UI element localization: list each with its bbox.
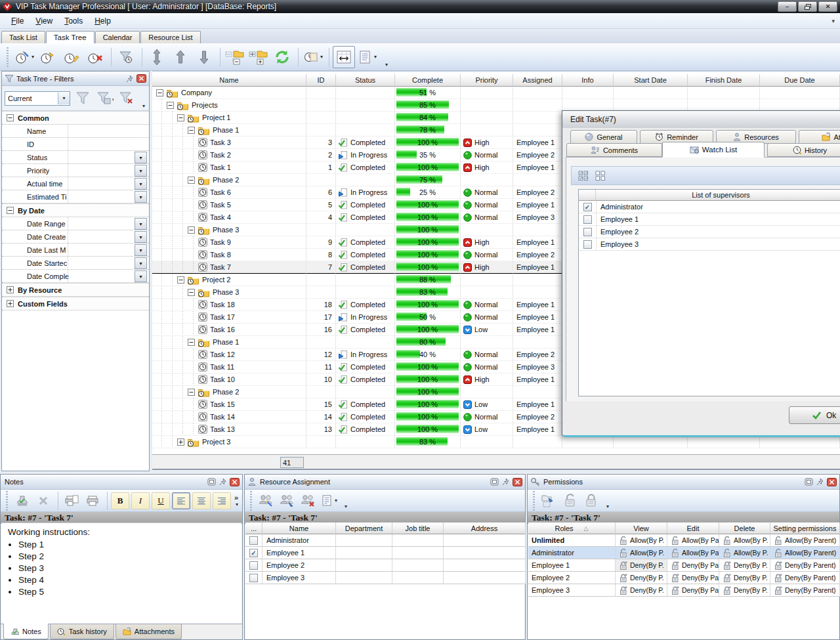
tab-task-list[interactable]: Task List — [1, 31, 45, 43]
filter-dropdown-icon[interactable]: ▾ — [135, 165, 147, 177]
filter-row-status[interactable]: Status▾ — [2, 151, 149, 164]
column-header-complete[interactable]: Complete — [395, 74, 461, 87]
filter-dropdown-icon[interactable]: ▾ — [135, 257, 147, 269]
notes-toolbar-overflow-icon[interactable]: » — [234, 494, 238, 501]
filter-dropdown-icon[interactable]: ▾ — [135, 178, 147, 190]
expand-icon[interactable] — [7, 300, 14, 307]
filter-preset-select[interactable]: Current ▾ — [5, 91, 70, 106]
toolbar-overflow-icon[interactable]: ▾ — [385, 62, 388, 68]
filters-close-icon[interactable] — [136, 74, 146, 83]
resource-checkbox[interactable]: ✓ — [249, 549, 258, 557]
fit-columns-button[interactable] — [333, 46, 355, 68]
filter-more-icon[interactable]: ▾ — [142, 103, 145, 109]
filter-dropdown-icon[interactable]: ▾ — [135, 218, 147, 230]
filter-row-date-create[interactable]: Date Create▾ — [2, 230, 149, 244]
dialog-tab-watch-list[interactable]: Watch List — [662, 142, 765, 158]
print-preview-button[interactable] — [62, 492, 81, 510]
filter-row-date-last-m[interactable]: Date Last M▾ — [2, 244, 149, 257]
supervisor-checkbox[interactable] — [583, 240, 592, 249]
deny-permission-button[interactable] — [581, 492, 601, 510]
filter-dropdown-icon[interactable]: ▾ — [135, 152, 147, 163]
resource-check-cell[interactable]: ✓ — [245, 547, 262, 559]
collapse-icon[interactable] — [188, 127, 195, 134]
edit-task-button[interactable] — [60, 46, 83, 68]
filter-row-actual-time[interactable]: Actual time▾ — [2, 177, 149, 190]
align-center-button[interactable] — [192, 492, 211, 509]
collapse-all-button[interactable] — [224, 46, 246, 68]
collapse-icon[interactable] — [188, 226, 195, 234]
tab-calendar[interactable]: Calendar — [95, 31, 140, 43]
supervisor-row[interactable]: ✓Administrator — [579, 201, 840, 213]
supervisor-checkbox[interactable]: ✓ — [583, 203, 592, 211]
italic-button[interactable]: I — [131, 492, 150, 509]
permissions-toolbar-more-icon[interactable]: ▾ — [606, 503, 609, 509]
filter-section-custom-fields[interactable]: Custom Fields — [2, 297, 149, 310]
dialog-tab-attach[interactable]: Attach — [799, 130, 840, 144]
collapse-icon[interactable] — [177, 114, 184, 121]
collapse-icon[interactable] — [188, 339, 195, 346]
column-header-name[interactable]: Name — [152, 74, 306, 87]
inherit-permissions-button[interactable] — [539, 492, 559, 510]
supervisor-checkbox[interactable] — [583, 228, 592, 236]
menu-item-view[interactable]: View — [30, 14, 58, 28]
collapse-icon[interactable] — [7, 114, 14, 121]
delete-note-button[interactable] — [33, 492, 53, 510]
resource-check-cell[interactable] — [245, 559, 262, 572]
expand-icon[interactable] — [177, 438, 184, 446]
filter-row-date-startec[interactable]: Date Startec▾ — [2, 257, 149, 270]
ok-button[interactable]: Ok — [789, 406, 840, 424]
notes-content[interactable]: Working instructions: Step 1Step 2Step 3… — [1, 523, 242, 624]
clear-filter-button[interactable] — [117, 89, 137, 108]
supervisor-row[interactable]: Employee 2 — [579, 226, 840, 238]
notes-tab-notes[interactable]: Notes — [3, 624, 49, 639]
combo-dropdown-icon[interactable]: ▾ — [58, 93, 70, 104]
collapse-icon[interactable] — [177, 276, 184, 284]
column-header-id[interactable]: ID — [306, 74, 336, 87]
new-subtask-button[interactable] — [37, 46, 59, 68]
column-header-status[interactable]: Status — [336, 74, 395, 87]
notes-toolbar-more-icon[interactable]: ▾ — [236, 501, 238, 507]
column-header-info[interactable]: Info — [562, 74, 614, 87]
filter-row-date-range[interactable]: Date Range▾ — [2, 217, 149, 230]
collapse-icon[interactable] — [188, 389, 195, 396]
column-header-start-date[interactable]: Start Date — [614, 74, 688, 87]
column-header-priority[interactable]: Priority — [461, 74, 513, 87]
filter-row-name[interactable]: Name — [2, 125, 149, 138]
collapse-icon[interactable] — [156, 89, 163, 96]
post-note-button[interactable] — [12, 492, 32, 510]
filter-button[interactable] — [115, 46, 137, 68]
report-button[interactable]: ▾ — [302, 46, 324, 68]
menu-item-tools[interactable]: Tools — [58, 14, 89, 28]
task-row[interactable]: Project 383 % — [152, 436, 840, 448]
print-button[interactable] — [83, 492, 102, 510]
collapse-icon[interactable] — [7, 207, 14, 214]
dialog-tab-general[interactable]: General — [570, 130, 637, 144]
notes-tab-task-history[interactable]: Task history — [50, 624, 114, 639]
move-up-button[interactable] — [169, 46, 192, 68]
minimize-button[interactable]: – — [778, 1, 797, 12]
remove-assignment-button[interactable] — [299, 492, 318, 510]
collapse-icon[interactable] — [188, 177, 195, 184]
resource-check-cell[interactable] — [245, 534, 262, 547]
underline-button[interactable]: U — [152, 492, 170, 509]
collapse-icon[interactable] — [167, 102, 174, 109]
filter-row-estimated-ti[interactable]: Estimated Ti▾ — [2, 190, 149, 203]
allow-permission-button[interactable] — [560, 492, 580, 510]
save-filter-button[interactable]: ▾ — [95, 89, 115, 108]
menu-item-file[interactable]: File — [5, 14, 30, 28]
filter-row-priority[interactable]: Priority▾ — [2, 164, 149, 177]
move-down-button[interactable] — [193, 46, 215, 68]
task-row[interactable]: Company51 % — [152, 87, 840, 99]
resource-checkbox[interactable] — [249, 561, 258, 570]
pin-icon[interactable] — [816, 478, 824, 486]
supervisor-checkbox[interactable] — [583, 215, 592, 224]
filter-dropdown-icon[interactable]: ▾ — [135, 244, 147, 256]
menu-item-help[interactable]: Help — [89, 14, 117, 28]
align-right-button[interactable] — [213, 492, 231, 509]
refresh-button[interactable] — [271, 46, 293, 68]
restore-panel-icon[interactable] — [207, 478, 216, 486]
filter-section-common[interactable]: Common — [2, 111, 149, 125]
column-header-finish-date[interactable]: Finish Date — [688, 74, 760, 87]
resource-report-button[interactable]: ▾ — [320, 492, 339, 510]
pin-icon[interactable] — [126, 75, 133, 83]
